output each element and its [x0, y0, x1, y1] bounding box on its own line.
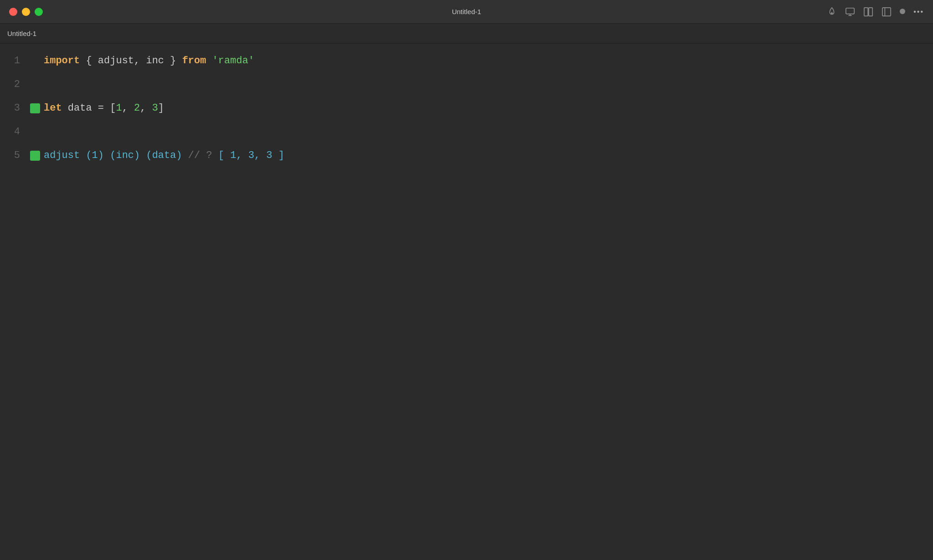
title-bar: Untitled-1 [0, 0, 933, 24]
gutter-line-5 [27, 144, 44, 168]
status-dot [900, 7, 905, 16]
gutter-line-4 [27, 120, 44, 144]
string-ramda: 'ramda' [212, 49, 254, 73]
code-text [206, 49, 212, 73]
window-title: Untitled-1 [452, 8, 481, 15]
line-number-3: 3 [0, 97, 20, 120]
breakpoint-line-3[interactable] [30, 103, 40, 113]
tab-title[interactable]: Untitled-1 [7, 30, 36, 37]
svg-rect-1 [864, 7, 868, 15]
line-number-4: 4 [0, 120, 20, 144]
broadcast-icon[interactable] [845, 7, 855, 17]
gutter-line-3 [27, 97, 44, 120]
title-bar-actions: ••• [827, 7, 924, 17]
gutter [27, 48, 44, 560]
code-text: { adjust, inc } [80, 49, 182, 73]
code-text: data = [ [62, 97, 116, 120]
code-line-2 [44, 73, 928, 97]
columns-icon[interactable] [863, 7, 873, 17]
minimize-button[interactable] [22, 8, 30, 16]
line-numbers: 1 2 3 4 5 [0, 48, 27, 560]
flame-icon[interactable] [827, 7, 837, 17]
code-line-4 [44, 120, 928, 144]
code-result: [ 1, 3, 3 ] [218, 144, 284, 168]
svg-rect-2 [869, 7, 872, 15]
number-1: 1 [116, 97, 122, 120]
more-menu-icon[interactable]: ••• [913, 8, 924, 16]
editor-area: 1 2 3 4 5 import { adjust, inc } from 'r… [0, 44, 933, 560]
keyword-import: import [44, 49, 80, 73]
gutter-line-1 [27, 49, 44, 73]
code-line-5: adjust (1) (inc) (data) // ? [ 1, 3, 3 ] [44, 144, 928, 168]
svg-rect-3 [882, 7, 891, 15]
code-line-1: import { adjust, inc } from 'ramda' [44, 49, 928, 73]
code-editor[interactable]: import { adjust, inc } from 'ramda' let … [44, 48, 928, 560]
code-adjust-call: adjust (1) (inc) (data) [44, 144, 188, 168]
traffic-lights [9, 8, 43, 16]
code-line-3: let data = [ 1 , 2 , 3 ] [44, 97, 928, 120]
code-comment: // ? [188, 144, 218, 168]
keyword-let: let [44, 97, 62, 120]
sidebar-icon[interactable] [882, 7, 892, 17]
breakpoint-line-5[interactable] [30, 151, 40, 161]
line-number-1: 1 [0, 49, 20, 73]
code-text: , [140, 97, 152, 120]
toolbar: Untitled-1 [0, 24, 933, 44]
maximize-button[interactable] [35, 8, 43, 16]
code-text: ] [158, 97, 164, 120]
svg-rect-0 [846, 8, 854, 14]
close-button[interactable] [9, 8, 17, 16]
scrollbar[interactable] [928, 48, 933, 560]
line-number-5: 5 [0, 144, 20, 168]
code-text: , [122, 97, 134, 120]
keyword-from: from [182, 49, 206, 73]
number-3: 3 [152, 97, 158, 120]
line-number-2: 2 [0, 73, 20, 97]
gutter-line-2 [27, 73, 44, 97]
number-2: 2 [134, 97, 140, 120]
